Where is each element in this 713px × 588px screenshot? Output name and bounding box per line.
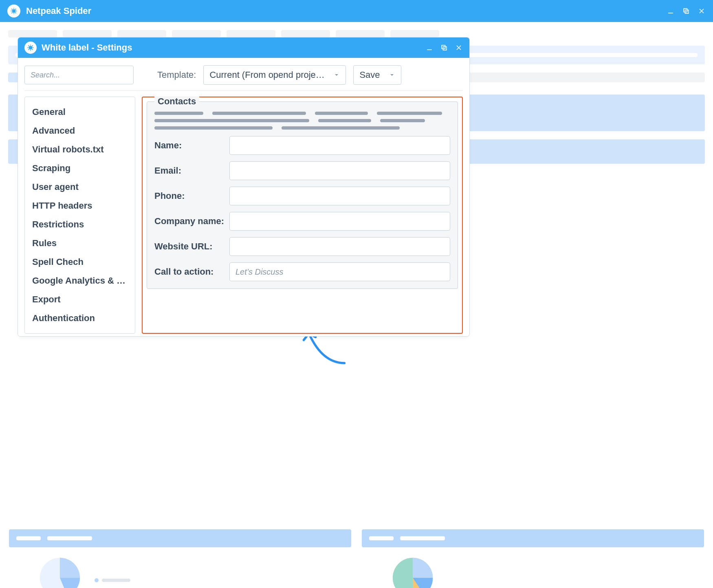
sidebar-item-general[interactable]: General	[25, 103, 135, 121]
email-input[interactable]	[229, 161, 450, 180]
sidebar-item-virtual-robots[interactable]: Virtual robots.txt	[25, 140, 135, 159]
cta-label: Call to action:	[154, 266, 229, 277]
bg-card-left	[9, 529, 351, 588]
settings-modal: White label - Settings Template: Current…	[18, 37, 469, 336]
name-input[interactable]	[229, 136, 450, 155]
template-value: Current (From opend proje…	[209, 70, 324, 80]
app-logo-icon	[7, 4, 20, 18]
sidebar-item-spell-check[interactable]: Spell Chech	[25, 253, 135, 271]
template-label: Template:	[157, 70, 196, 80]
svg-point-5	[29, 46, 32, 49]
website-input[interactable]	[229, 237, 450, 256]
contacts-fieldset: Contacts Name: Email:	[147, 101, 458, 289]
settings-sidebar: General Advanced Virtual robots.txt Scra…	[24, 97, 135, 334]
app-title: Netpeak Spider	[26, 6, 91, 16]
chevron-down-icon	[389, 72, 395, 78]
modal-minimize-button[interactable]	[425, 44, 434, 52]
sidebar-item-user-agent[interactable]: User agent	[25, 178, 135, 196]
website-label: Website URL:	[154, 241, 229, 252]
save-label: Save	[359, 70, 380, 80]
save-dropdown[interactable]: Save	[353, 65, 401, 85]
close-button[interactable]	[698, 7, 706, 15]
maximize-button[interactable]	[682, 7, 690, 15]
phone-input[interactable]	[229, 187, 450, 205]
sidebar-item-export[interactable]: Export	[25, 290, 135, 309]
bg-card-right	[362, 529, 704, 588]
sidebar-item-http-headers[interactable]: HTTP headers	[25, 196, 135, 215]
email-label: Email:	[154, 165, 229, 176]
sidebar-item-restrictions[interactable]: Restrictions	[25, 215, 135, 234]
sidebar-item-advanced[interactable]: Advanced	[25, 121, 135, 140]
sidebar-item-google-analytics[interactable]: Google Analytics & Se...	[25, 271, 135, 290]
template-dropdown[interactable]: Current (From opend proje…	[203, 65, 346, 85]
main-titlebar: Netpeak Spider	[0, 0, 713, 22]
svg-point-0	[12, 9, 15, 12]
contacts-legend: Contacts	[154, 96, 199, 107]
name-label: Name:	[154, 140, 229, 151]
modal-close-button[interactable]	[455, 44, 463, 52]
modal-maximize-button[interactable]	[440, 44, 448, 52]
chevron-down-icon	[333, 72, 340, 78]
description-placeholder	[154, 112, 450, 130]
modal-title: White label - Settings	[42, 42, 132, 53]
sidebar-item-scraping[interactable]: Scraping	[25, 159, 135, 178]
cta-input[interactable]	[229, 262, 450, 281]
contacts-panel-highlight: Contacts Name: Email:	[142, 97, 463, 334]
modal-logo-icon	[24, 42, 37, 54]
phone-label: Phone:	[154, 191, 229, 201]
company-label: Company name:	[154, 216, 229, 227]
modal-titlebar: White label - Settings	[18, 37, 469, 58]
sidebar-item-authentication[interactable]: Authentication	[25, 309, 135, 328]
search-input[interactable]	[24, 66, 134, 84]
minimize-button[interactable]	[667, 7, 675, 15]
sidebar-item-rules[interactable]: Rules	[25, 234, 135, 253]
company-input[interactable]	[229, 212, 450, 231]
